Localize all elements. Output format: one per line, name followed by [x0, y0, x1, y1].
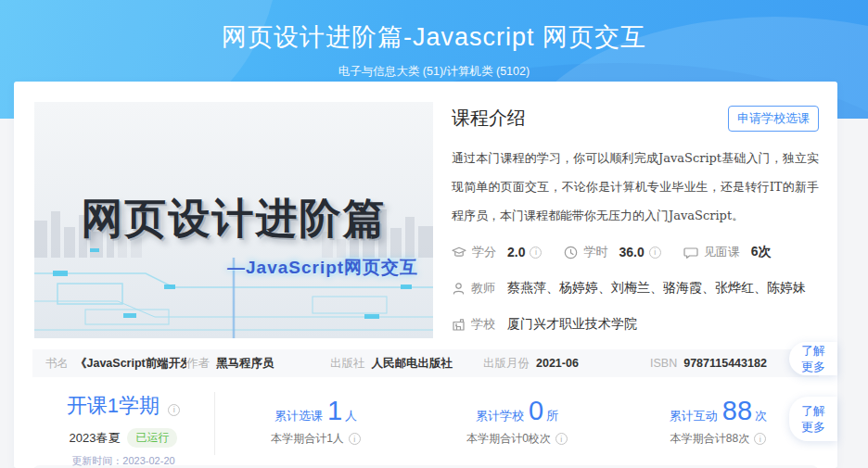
- course-category: 电子与信息大类 (51)/计算机类 (5102): [0, 64, 868, 80]
- book-date-label: 出版月份: [483, 356, 530, 372]
- apply-course-button[interactable]: 申请学校选课: [728, 106, 819, 132]
- course-title: 网页设计进阶篇-Javascript 网页交互: [0, 20, 868, 54]
- teacher-label: 教师: [471, 280, 495, 297]
- interactions-label: 累计互动: [670, 409, 718, 423]
- info-icon[interactable]: [754, 433, 766, 445]
- semester-count: 开课1学期: [67, 394, 160, 417]
- chat-bubble-icon: [683, 246, 698, 259]
- hours-fact: 学时 36.0: [564, 244, 660, 260]
- course-cover-image[interactable]: 网页设计进阶篇 —JavaScript网页交互: [34, 102, 433, 338]
- book-date-value: 2021-06: [536, 357, 579, 370]
- book-author-value: 黑马程序员: [216, 356, 274, 372]
- schools-sub: 本学期合计0校次: [466, 431, 551, 447]
- school-name: 厦门兴才职业技术学院: [507, 316, 637, 333]
- enrollment-sub: 本学期合计1人: [271, 431, 344, 447]
- textbook-bar: 书名 《JavaScript前端开发... 作者 黑马程序员 出版社 人民邮电出…: [32, 349, 819, 377]
- interactions-unit: 次: [755, 409, 767, 423]
- school-label: 学校: [471, 316, 495, 333]
- graduation-cap-icon: [452, 246, 466, 259]
- info-icon[interactable]: [168, 404, 180, 416]
- teacher-names: 蔡燕萍、杨婷婷、刘梅兰、骆海霞、张烨红、陈婷妹: [507, 280, 806, 297]
- course-description: 通过本门课程的学习，你可以顺利完成JavaScript基础入门，独立实现简单的页…: [452, 144, 819, 230]
- book-publisher-value: 人民邮电出版社: [372, 356, 453, 372]
- learn-more-line1: 了解: [801, 403, 825, 419]
- hours-value: 36.0: [619, 245, 644, 259]
- schools-value: 0: [529, 396, 543, 425]
- book-isbn-value: 9787115443182: [683, 357, 767, 370]
- schools-label: 累计学校: [476, 409, 524, 423]
- book-author-item: 作者 黑马程序员: [186, 356, 330, 372]
- course-top-section: 网页设计进阶篇 —JavaScript网页交互 课程介绍 申请学校选课 通过本门…: [14, 82, 837, 338]
- term-name: 2023春夏: [70, 430, 121, 447]
- book-publisher-item: 出版社 人民邮电出版社: [330, 356, 483, 372]
- teacher-row: 教师 蔡燕萍、杨婷婷、刘梅兰、骆海霞、张烨红、陈婷妹: [452, 280, 819, 297]
- course-info-card: 网页设计进阶篇 —JavaScript网页交互 课程介绍 申请学校选课 通过本门…: [14, 82, 837, 468]
- cover-subtitle: —JavaScript网页交互: [227, 256, 418, 280]
- meeting-label: 见面课: [704, 244, 740, 260]
- book-date-item: 出版月份 2021-06: [483, 356, 650, 372]
- school-row: 学校 厦门兴才职业技术学院: [452, 316, 819, 333]
- credit-value: 2.0: [507, 245, 525, 259]
- info-icon[interactable]: [349, 433, 361, 445]
- course-intro: 课程介绍 申请学校选课 通过本门课程的学习，你可以顺利完成JavaScript基…: [452, 102, 819, 338]
- learn-more-stats-button[interactable]: 了解 更多: [789, 397, 837, 441]
- semester-block: 开课1学期 2023春夏 已运行 更新时间：2023-02-20: [32, 390, 214, 457]
- interactions-sub: 本学期合计88次: [670, 431, 749, 447]
- book-author-label: 作者: [186, 356, 210, 372]
- schools-unit: 所: [546, 409, 558, 423]
- learn-more-line2: 更多: [801, 359, 825, 374]
- course-stats-section: 开课1学期 2023春夏 已运行 更新时间：2023-02-20 累计选课1人 …: [32, 390, 819, 457]
- info-icon[interactable]: [555, 433, 568, 445]
- book-publisher-label: 出版社: [330, 356, 365, 372]
- running-status-badge: 已运行: [127, 428, 177, 448]
- info-icon[interactable]: [530, 247, 542, 259]
- cover-main-title: 网页设计进阶篇: [34, 191, 433, 247]
- hours-label: 学时: [583, 244, 607, 260]
- book-title-item: 书名 《JavaScript前端开发...: [45, 356, 186, 372]
- enrollment-stat: 累计选课1人 本学期合计1人: [215, 390, 416, 457]
- clock-icon: [564, 246, 578, 259]
- book-isbn-item: ISBN 9787115443182: [650, 357, 767, 370]
- school-building-icon: [452, 318, 466, 332]
- learn-more-book-button[interactable]: 了解 更多: [789, 342, 837, 375]
- book-title-label: 书名: [45, 356, 69, 372]
- book-title-value: 《JavaScript前端开发...: [75, 356, 186, 372]
- info-icon[interactable]: [649, 247, 661, 259]
- interactions-value: 88: [722, 396, 752, 425]
- credit-fact: 学分 2.0: [452, 244, 542, 260]
- course-facts-row: 学分 2.0 学时 36.0 见面课: [452, 244, 819, 260]
- meeting-value: 6次: [751, 244, 772, 260]
- person-icon: [452, 282, 466, 296]
- credit-label: 学分: [472, 244, 496, 260]
- meeting-fact: 见面课 6次: [683, 244, 772, 260]
- learn-more-line2: 更多: [801, 419, 825, 435]
- update-time-label: 更新时间：: [71, 455, 122, 466]
- learn-more-line1: 了解: [801, 343, 825, 359]
- update-time-value: 2023-02-20: [122, 455, 174, 466]
- enrollment-label: 累计选课: [274, 409, 323, 423]
- book-isbn-label: ISBN: [650, 357, 677, 370]
- schools-stat: 累计学校0所 本学期合计0校次: [416, 390, 618, 457]
- enrollment-unit: 人: [345, 409, 357, 423]
- enrollment-value: 1: [327, 396, 342, 425]
- intro-heading: 课程介绍: [452, 106, 526, 131]
